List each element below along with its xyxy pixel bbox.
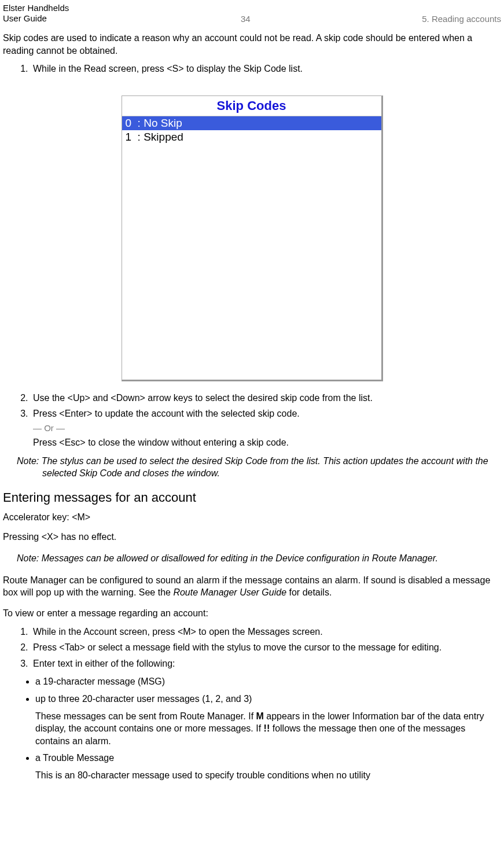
step-a1: While in the Read screen, press <S> to d… [31, 62, 501, 75]
b2-sub-m: M [256, 711, 264, 721]
bullet-b2-sub: These messages can be sent from Route Ma… [35, 710, 501, 748]
rm-alarm-paragraph: Route Manager can be configured to sound… [3, 574, 501, 599]
chapter-label: 5. Reading accounts [422, 14, 501, 24]
note-messages-config: Note: Messages can be allowed or disallo… [17, 552, 501, 565]
note-stylus: Note: The stylus can be used to select t… [17, 455, 501, 480]
step-a3b: Press <Esc> to close the window without … [33, 436, 501, 449]
header-left: Elster Handhelds User Guide [3, 3, 69, 24]
list-item-selected[interactable]: 0 : No Skip [122, 116, 381, 130]
doc-title-2: User Guide [3, 13, 69, 24]
bullet-user-msgs: up to three 20-character user messages (… [35, 693, 501, 747]
or-divider: — Or — [33, 422, 501, 434]
skip-codes-window: Skip Codes 0 : No Skip 1 : Skipped [122, 95, 383, 381]
window-title: Skip Codes [122, 96, 381, 116]
step-b2: Press <Tab> or select a message field wi… [31, 641, 501, 654]
step-a3: Press <Enter> to update the account with… [31, 407, 501, 448]
step-a3-text: Press <Enter> to update the account with… [33, 409, 300, 418]
bullet-b2-text: up to three 20-character user messages (… [35, 694, 252, 704]
view-enter-intro: To view or enter a message regarding an … [3, 607, 501, 620]
noeffect-text: Pressing <X> has no effect. [3, 531, 501, 543]
rm-para-b: for details. [286, 587, 332, 597]
steps-list-b: While in the Account screen, press <M> t… [3, 626, 501, 670]
page-number: 34 [241, 14, 251, 24]
steps-list-a: While in the Read screen, press <S> to d… [3, 62, 501, 75]
step-b1: While in the Account screen, press <M> t… [31, 626, 501, 638]
b2-sub-bang: !! [264, 723, 270, 733]
steps-list-a-cont: Use the <Up> and <Down> arrow keys to se… [3, 392, 501, 449]
step-a2: Use the <Up> and <Down> arrow keys to se… [31, 392, 501, 405]
rm-para-guide: Route Manager User Guide [173, 587, 286, 597]
step-b3: Enter text in either of the following: [31, 657, 501, 670]
b2-sub-a: These messages can be sent from Route Ma… [35, 711, 256, 721]
page-header: Elster Handhelds User Guide 34 5. Readin… [3, 3, 501, 24]
section-heading-messages: Entering messages for an account [3, 490, 501, 505]
accelerator-key-text: Accelerator key: <M> [3, 511, 501, 524]
skip-codes-list[interactable]: 0 : No Skip 1 : Skipped [122, 116, 381, 380]
bullet-b3-sub: This is an 80-character message used to … [35, 769, 501, 782]
bullet-msg: a 19-character message (MSG) [35, 675, 501, 688]
doc-title-1: Elster Handhelds [3, 3, 69, 13]
intro-paragraph: Skip codes are used to indicate a reason… [3, 32, 501, 57]
message-types-list: a 19-character message (MSG) up to three… [3, 675, 501, 781]
bullet-b3-text: a Trouble Message [35, 753, 114, 763]
bullet-trouble: a Trouble Message This is an 80-characte… [35, 752, 501, 781]
list-item[interactable]: 1 : Skipped [122, 130, 381, 144]
